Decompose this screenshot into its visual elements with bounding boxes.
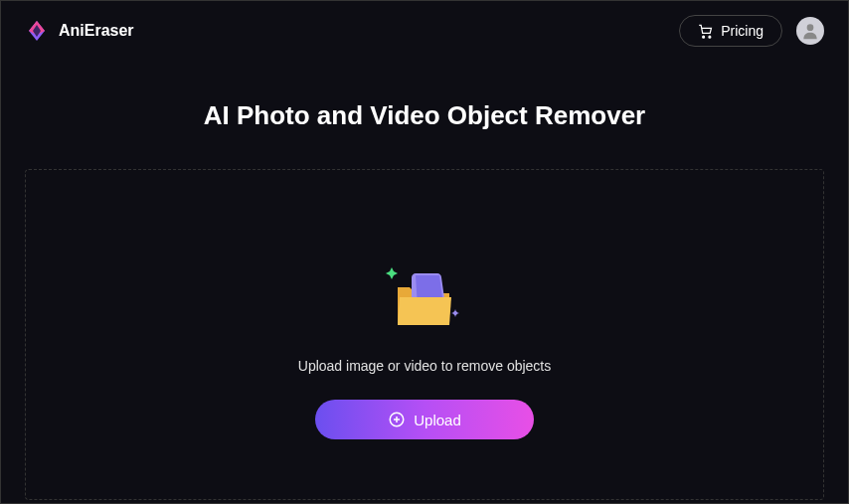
plus-circle-icon (388, 411, 406, 428)
pricing-label: Pricing (721, 23, 764, 39)
logo-section[interactable]: AniEraser (25, 19, 134, 43)
main-content: AI Photo and Video Object Remover Upload… (1, 61, 848, 500)
app-name: AniEraser (59, 22, 134, 40)
user-icon (800, 21, 820, 41)
header-right: Pricing (679, 15, 824, 47)
pricing-button[interactable]: Pricing (679, 15, 782, 47)
svg-point-2 (807, 24, 814, 31)
page-title: AI Photo and Video Object Remover (25, 100, 824, 131)
upload-hint-text: Upload image or video to remove objects (298, 358, 551, 374)
svg-point-1 (709, 36, 711, 38)
anieraser-logo-icon (25, 19, 49, 43)
upload-button-label: Upload (414, 412, 461, 428)
cart-icon (698, 24, 713, 39)
upload-dropzone[interactable]: Upload image or video to remove objects … (25, 169, 824, 500)
upload-button[interactable]: Upload (315, 400, 534, 439)
svg-point-0 (703, 36, 705, 38)
folder-media-icon (380, 259, 469, 334)
header: AniEraser Pricing (1, 1, 848, 61)
user-avatar[interactable] (796, 17, 824, 45)
